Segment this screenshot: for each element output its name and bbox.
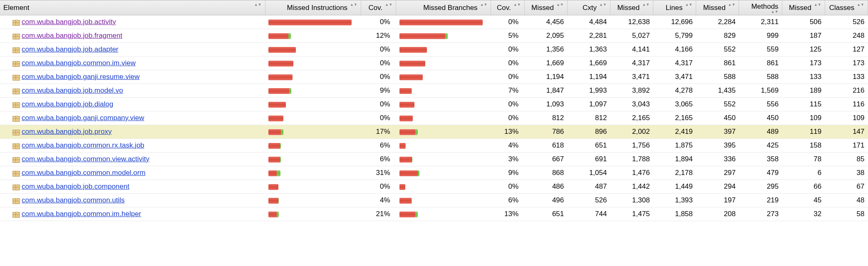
cell-element: com.wuba.bangjob.common.im.view (0, 57, 265, 70)
sort-icon: ▲▼ (728, 4, 736, 6)
coverage-bar-icon (268, 143, 281, 149)
cell-branch-cov: 9% (491, 166, 524, 180)
cell-branch-bar (396, 180, 491, 194)
table-row: com.wuba.bangjob.job.fragment12%5%2,0952… (0, 29, 868, 43)
cell-methods: 425 (739, 139, 782, 153)
col-cxty[interactable]: Cxty▲▼ (567, 0, 610, 15)
cell-instr-bar (265, 84, 361, 98)
cell-missed-classes: 109 (782, 111, 825, 125)
cell-missed-cxty: 1,669 (524, 57, 567, 70)
sort-icon: ▲▼ (599, 4, 607, 6)
cell-element: com.wuba.bangjob.common.im.helper (0, 207, 265, 221)
cell-missed-methods: 336 (696, 153, 739, 166)
package-icon (12, 184, 19, 190)
package-link[interactable]: com.wuba.bangjob.common.im.helper (22, 210, 141, 218)
cell-missed-lines: 1,788 (610, 153, 653, 166)
col-missed-cxty[interactable]: Missed▲▼ (524, 0, 567, 15)
cell-cxty: 1,993 (567, 84, 610, 98)
col-missed-methods[interactable]: Missed▲▼ (696, 0, 739, 15)
col-cov-branches[interactable]: Cov.▲▼ (491, 0, 524, 15)
package-link[interactable]: com.wuba.bangjob.job.model.vo (22, 86, 123, 94)
col-lines[interactable]: Lines▲▼ (653, 0, 696, 15)
cell-missed-methods: 2,284 (696, 15, 739, 29)
col-element[interactable]: Element▲▼ (0, 0, 265, 15)
col-classes[interactable]: Classes▲▼ (825, 0, 868, 15)
package-link[interactable]: com.wuba.bangjob.job.component (22, 182, 129, 190)
cell-missed-methods: 552 (696, 98, 739, 111)
col-missed-classes[interactable]: Missed▲▼ (782, 0, 825, 15)
cell-classes: 526 (825, 15, 868, 29)
cell-cxty: 526 (567, 194, 610, 207)
cell-classes: 38 (825, 166, 868, 180)
cell-instr-cov: 6% (361, 139, 396, 153)
cell-branch-cov: 13% (491, 125, 524, 139)
coverage-table: Element▲▼ Missed Instructions▲▼ Cov.▲▼ M… (0, 0, 868, 221)
cell-missed-lines: 3,892 (610, 84, 653, 98)
cell-missed-classes: 158 (782, 139, 825, 153)
package-link[interactable]: com.wuba.bangjob.common.rx.task.job (22, 141, 144, 149)
package-link[interactable]: com.wuba.bangjob.common.model.orm (22, 169, 146, 177)
coverage-bar-icon (268, 47, 296, 53)
coverage-bar-icon (399, 47, 427, 53)
cell-instr-bar (265, 111, 361, 125)
package-icon (12, 74, 19, 80)
cell-missed-classes: 187 (782, 29, 825, 43)
cell-instr-cov: 21% (361, 207, 396, 221)
coverage-bar-icon (399, 102, 414, 108)
cell-missed-cxty: 786 (524, 125, 567, 139)
cell-cxty: 691 (567, 153, 610, 166)
table-row: com.wuba.bangjob.job.component0%0%486487… (0, 180, 868, 194)
cell-cxty: 1,194 (567, 70, 610, 84)
cell-lines: 1,894 (653, 153, 696, 166)
cell-instr-cov: 17% (361, 125, 396, 139)
cell-lines: 4,317 (653, 57, 696, 70)
package-link[interactable]: com.wuba.bangjob.common.view.activity (22, 155, 149, 163)
cell-classes: 133 (825, 70, 868, 84)
package-link[interactable]: com.wuba.bangjob.job.activity (22, 18, 116, 26)
package-link[interactable]: com.wuba.bangjob.ganji.company.view (22, 114, 144, 122)
package-link[interactable]: com.wuba.bangjob.ganji.resume.view (22, 73, 140, 81)
sort-icon: ▲▼ (857, 4, 864, 6)
cell-lines: 4,166 (653, 43, 696, 57)
cell-methods: 999 (739, 29, 782, 43)
cell-lines: 1,875 (653, 139, 696, 153)
cell-branch-cov: 13% (491, 207, 524, 221)
cell-element: com.wuba.bangjob.job.fragment (0, 29, 265, 43)
package-icon (12, 211, 19, 217)
col-methods[interactable]: Methods▲▼ (739, 0, 782, 15)
coverage-bar-icon (268, 212, 279, 217)
cell-instr-cov: 0% (361, 57, 396, 70)
package-link[interactable]: com.wuba.bangjob.job.proxy (22, 128, 112, 135)
coverage-bar-icon (399, 74, 423, 80)
cell-branch-cov: 0% (491, 111, 524, 125)
package-link[interactable]: com.wuba.bangjob.common.im.view (22, 59, 136, 67)
cell-instr-bar (265, 166, 361, 180)
package-link[interactable]: com.wuba.bangjob.job.fragment (22, 32, 122, 39)
cell-element: com.wuba.bangjob.job.activity (0, 15, 265, 29)
col-missed-instructions[interactable]: Missed Instructions▲▼ (265, 0, 361, 15)
cell-methods: 358 (739, 153, 782, 166)
package-link[interactable]: com.wuba.bangjob.job.dialog (22, 100, 113, 108)
package-link[interactable]: com.wuba.bangjob.common.utils (22, 196, 125, 204)
cell-instr-cov: 4% (361, 194, 396, 207)
sort-icon: ▲▼ (385, 4, 392, 6)
cell-instr-cov: 9% (361, 84, 396, 98)
cell-missed-classes: 45 (782, 194, 825, 207)
cell-cxty: 4,484 (567, 15, 610, 29)
coverage-bar-icon (399, 198, 412, 204)
cell-methods: 588 (739, 70, 782, 84)
cell-branch-bar (396, 29, 491, 43)
cell-branch-cov: 0% (491, 70, 524, 84)
cell-missed-lines: 12,638 (610, 15, 653, 29)
col-missed-branches[interactable]: Missed Branches▲▼ (396, 0, 491, 15)
cell-missed-cxty: 2,095 (524, 29, 567, 43)
cell-cxty: 812 (567, 111, 610, 125)
cell-methods: 556 (739, 98, 782, 111)
col-cov-instructions[interactable]: Cov.▲▼ (361, 0, 396, 15)
col-missed-lines[interactable]: Missed▲▼ (610, 0, 653, 15)
cell-classes: 67 (825, 180, 868, 194)
package-link[interactable]: com.wuba.bangjob.job.adapter (22, 45, 119, 53)
package-icon (12, 33, 19, 39)
sort-icon: ▲▼ (814, 4, 821, 6)
cell-missed-classes: 6 (782, 166, 825, 180)
